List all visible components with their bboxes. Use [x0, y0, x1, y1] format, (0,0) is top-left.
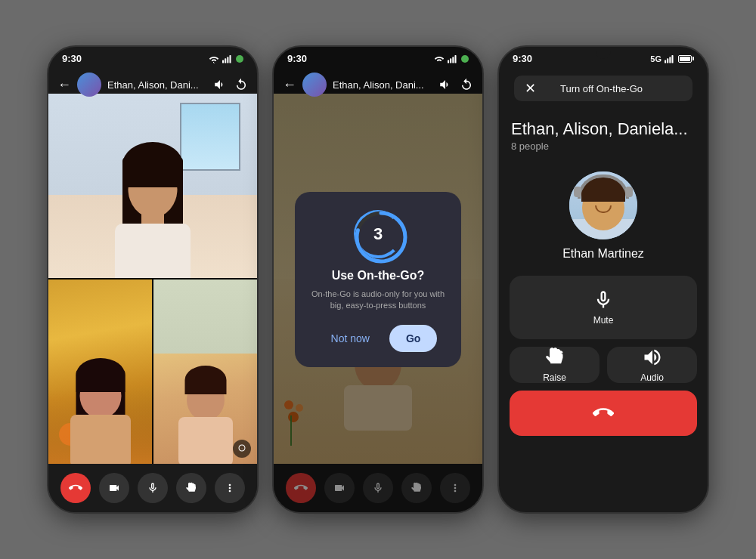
call-avatar-group-1	[77, 73, 101, 97]
camera-button-1[interactable]	[99, 473, 129, 503]
p3-avatar-area: Ethan Martinez	[499, 164, 708, 268]
video-grid-1	[48, 94, 257, 464]
svg-rect-11	[667, 58, 668, 63]
go-button[interactable]: Go	[389, 325, 437, 352]
call-header-2: ← Ethan, Alison, Dani...	[274, 68, 482, 101]
phone-1: 9:30 ← Ethan, Alison, Dani...	[47, 45, 259, 514]
svg-rect-7	[454, 55, 456, 63]
call-name-2: Ethan, Alison, Dani...	[333, 79, 432, 91]
wifi-icon	[209, 54, 219, 63]
ethan-name: Ethan Martinez	[562, 247, 644, 261]
battery-indicator	[236, 55, 243, 63]
battery-icon-3	[678, 55, 694, 63]
ethan-avatar	[569, 171, 637, 239]
signal-icon	[222, 54, 233, 63]
raise-button-3[interactable]: Raise	[510, 347, 600, 383]
bottom-bar-1	[48, 464, 257, 512]
status-icons-1	[209, 54, 243, 63]
back-button-1[interactable]: ←	[57, 77, 71, 93]
microphone-button-1[interactable]	[138, 473, 168, 503]
time-3: 9:30	[513, 53, 532, 64]
end-call-button-1[interactable]	[60, 473, 91, 503]
call-header-1: ← Ethan, Alison, Dani...	[48, 68, 257, 101]
mute-button-3[interactable]: Mute	[510, 276, 697, 339]
not-now-button[interactable]: Not now	[319, 325, 382, 352]
speaker-icon-2[interactable]	[438, 78, 452, 91]
end-call-button-3[interactable]	[510, 391, 697, 436]
status-icons-3: 5G	[650, 54, 694, 63]
otg-dialog: 3 Use On-the-Go? On-the-Go is audio-only…	[295, 192, 461, 368]
video-cell-top	[48, 94, 257, 278]
status-icons-2	[434, 54, 469, 63]
dialog-overlay: 3 Use On-the-Go? On-the-Go is audio-only…	[274, 47, 482, 512]
otg-topbar-label: Turn off On-the-Go	[560, 83, 643, 94]
svg-rect-4	[448, 60, 449, 63]
time-2: 9:30	[287, 53, 307, 64]
raise-hand-button-1[interactable]	[176, 473, 206, 503]
svg-rect-13	[671, 55, 673, 63]
close-button-3[interactable]: ✕	[525, 80, 536, 97]
svg-rect-5	[450, 58, 451, 63]
time-1: 9:30	[62, 53, 82, 64]
video-cell-bottom-left	[48, 280, 152, 464]
svg-rect-3	[229, 55, 231, 63]
mute-label: Mute	[593, 315, 614, 326]
phone-3: 9:30 5G ✕ Turn off On-the-Go	[497, 45, 709, 514]
rotate-icon[interactable]	[234, 78, 248, 91]
call-header-icons-1	[213, 78, 248, 91]
p3-controls: Mute Raise Audio	[499, 268, 708, 459]
p3-people-count: 8 people	[499, 141, 708, 164]
dialog-buttons: Not now Go	[310, 325, 446, 352]
p3-topbar-wrapper: ✕ Turn off On-the-Go	[499, 69, 708, 107]
svg-rect-10	[665, 60, 666, 63]
p3-control-row: Raise Audio	[510, 347, 697, 383]
overlay-icon-br	[233, 440, 251, 458]
more-button-1[interactable]	[215, 473, 245, 503]
countdown-ring: 3	[354, 210, 402, 258]
raise-label: Raise	[543, 372, 566, 383]
audio-label: Audio	[640, 372, 664, 383]
video-bottom-row	[48, 280, 257, 464]
svg-rect-6	[452, 57, 454, 63]
dialog-title: Use On-the-Go?	[310, 269, 446, 283]
battery-dot-2	[461, 55, 469, 63]
video-cell-bottom-right	[153, 280, 257, 464]
wifi-icon-2	[434, 54, 445, 63]
phone-2: 9:30 ← Ethan, Alison, Dani...	[272, 45, 484, 514]
network-label: 5G	[650, 54, 662, 63]
svg-rect-0	[222, 60, 224, 63]
svg-rect-2	[227, 57, 228, 63]
audio-button-3[interactable]: Audio	[607, 347, 697, 383]
call-header-icons-2	[438, 78, 473, 91]
call-avatar-group-2	[302, 73, 327, 97]
p3-call-name: Ethan, Alison, Daniela...	[499, 107, 708, 141]
speaker-icon[interactable]	[213, 78, 227, 91]
signal-icon-2	[448, 54, 458, 63]
svg-rect-1	[225, 58, 226, 63]
signal-icon-3	[665, 54, 675, 63]
rotate-icon-2[interactable]	[460, 78, 473, 91]
svg-rect-12	[669, 57, 671, 63]
dialog-description: On-the-Go is audio-only for you with big…	[310, 289, 446, 312]
back-button-2[interactable]: ←	[283, 77, 296, 93]
status-bar-2: 9:30	[274, 47, 482, 67]
status-bar-1: 9:30	[48, 47, 257, 67]
turn-off-otg-bar: ✕ Turn off On-the-Go	[514, 76, 692, 101]
call-name-1: Ethan, Alison, Dani...	[107, 79, 207, 91]
